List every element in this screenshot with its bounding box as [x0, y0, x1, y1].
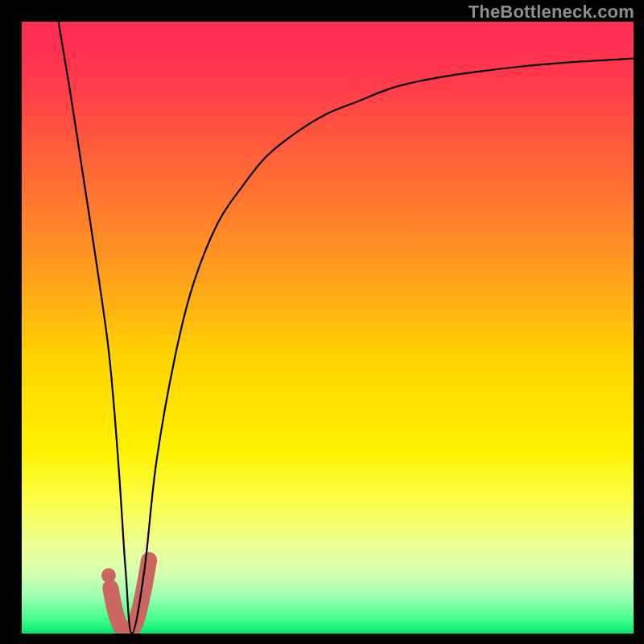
chart-frame: TheBottleneck.com: [0, 0, 644, 644]
main-curve: [22, 22, 634, 634]
main-curve-path: [59, 22, 634, 634]
watermark-text: TheBottleneck.com: [469, 2, 634, 23]
plot-area: [22, 22, 634, 634]
